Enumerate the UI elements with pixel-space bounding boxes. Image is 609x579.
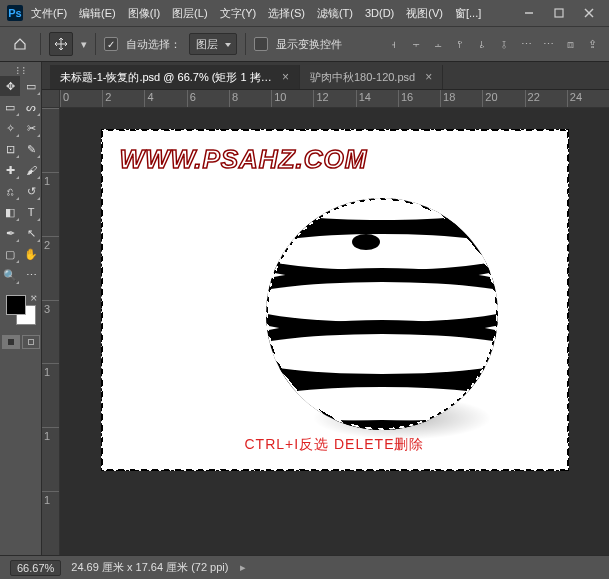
ruler-tick: 0	[60, 90, 102, 107]
titlebar: Ps 文件(F) 编辑(E) 图像(I) 图层(L) 文字(Y) 选择(S) 滤…	[0, 0, 609, 26]
align-center-v-icon[interactable]: ⫰	[473, 35, 491, 53]
auto-select-checkbox[interactable]	[104, 37, 118, 51]
instruction-caption: CTRL+I反选 DELETE删除	[102, 436, 568, 454]
standard-mode-icon[interactable]	[2, 335, 20, 349]
stamp-tool[interactable]: ⎌	[0, 181, 20, 201]
hand-tool[interactable]: ✋	[21, 244, 41, 264]
tab-label: 未标题-1-恢复的.psd @ 66.7% (矩形 1 拷贝 8, RGB/8#…	[60, 70, 272, 85]
share-icon[interactable]: ⇪	[583, 35, 601, 53]
ruler-tick: 1	[42, 363, 59, 427]
minimize-icon[interactable]	[515, 3, 543, 23]
watermark-text: WWW.PSAHZ.COM	[120, 144, 368, 175]
tab-close-icon[interactable]: ×	[425, 70, 432, 84]
document-dimensions: 24.69 厘米 x 17.64 厘米 (72 ppi)	[71, 560, 228, 575]
menu-select[interactable]: 选择(S)	[263, 3, 310, 24]
home-icon[interactable]	[8, 32, 32, 56]
ruler-tick: 14	[356, 90, 398, 107]
auto-select-label: 自动选择：	[126, 37, 181, 52]
zoom-input[interactable]: 66.67%	[10, 560, 61, 576]
ruler-tick: 12	[313, 90, 355, 107]
menu-3d[interactable]: 3D(D)	[360, 4, 399, 22]
crop-tool[interactable]: ✂	[21, 118, 41, 138]
frame-tool[interactable]: ⊡	[0, 139, 20, 159]
align-top-icon[interactable]: ⫯	[451, 35, 469, 53]
ruler-tick: 4	[144, 90, 186, 107]
ruler-tick: 2	[42, 236, 59, 300]
menu-edit[interactable]: 编辑(E)	[74, 3, 121, 24]
healing-tool[interactable]: ✚	[0, 160, 20, 180]
canvas-area: 024681012141618202224 123111 WWW.PSAHZ.C…	[42, 90, 609, 555]
show-transform-label: 显示变换控件	[276, 37, 342, 52]
ruler-tick: 6	[187, 90, 229, 107]
path-select-tool[interactable]: ↖	[21, 223, 41, 243]
history-brush-tool[interactable]: ↺	[21, 181, 41, 201]
menu-file[interactable]: 文件(F)	[26, 3, 72, 24]
move-tool-indicator-icon[interactable]	[49, 32, 73, 56]
tab-active[interactable]: 未标题-1-恢复的.psd @ 66.7% (矩形 1 拷贝 8, RGB/8#…	[50, 65, 300, 89]
tab-close-icon[interactable]: ×	[282, 70, 289, 84]
options-bar: ▾ 自动选择： 图层 显示变换控件 ⫞ ⫟ ⫠ ⫯ ⫰ ⫱ ⋯ ⋯ ⧈ ⇪	[0, 26, 609, 62]
lasso-tool[interactable]: ᔕ	[21, 97, 41, 117]
svg-text:Ps: Ps	[8, 7, 21, 19]
swap-colors-icon[interactable]: ⤧	[30, 293, 38, 303]
menu-filter[interactable]: 滤镜(T)	[312, 3, 358, 24]
status-menu-chevron-icon[interactable]: ▸	[240, 561, 246, 574]
quick-select-tool[interactable]: ✧	[0, 118, 20, 138]
menu-type[interactable]: 文字(Y)	[215, 3, 262, 24]
svg-point-15	[266, 334, 498, 374]
align-left-icon[interactable]: ⫞	[385, 35, 403, 53]
zoom-tool[interactable]: 🔍	[0, 265, 20, 285]
auto-select-target-dropdown[interactable]: 图层	[189, 33, 237, 55]
align-center-h-icon[interactable]: ⫟	[407, 35, 425, 53]
ruler-tick: 22	[525, 90, 567, 107]
eyedropper-tool[interactable]: ✎	[21, 139, 41, 159]
ruler-tick: 16	[398, 90, 440, 107]
quickmask-mode-icon[interactable]	[22, 335, 40, 349]
status-bar: 66.67% 24.69 厘米 x 17.64 厘米 (72 ppi) ▸	[0, 555, 609, 579]
ruler-tick: 18	[440, 90, 482, 107]
close-icon[interactable]	[575, 3, 603, 23]
tab-inactive[interactable]: 驴肉中秋180-120.psd ×	[300, 65, 443, 89]
pen-tool[interactable]: ✒	[0, 223, 20, 243]
svg-point-17	[266, 387, 498, 421]
distribute-icon[interactable]: ⋯	[517, 35, 535, 53]
marquee-tool[interactable]: ▭	[0, 97, 20, 117]
ruler-origin[interactable]	[42, 90, 60, 108]
ruler-tick	[42, 108, 59, 172]
tool-preset-chevron-icon[interactable]: ▾	[81, 38, 87, 51]
3d-mode-icon[interactable]: ⧈	[561, 35, 579, 53]
color-swatches[interactable]: ⤧	[4, 293, 38, 327]
ruler-tick: 10	[271, 90, 313, 107]
ruler-horizontal[interactable]: 024681012141618202224	[60, 90, 609, 108]
striped-sphere-graphic	[266, 198, 498, 430]
foreground-swatch[interactable]	[6, 295, 26, 315]
toolbox-grip-icon[interactable]: ⫶⫶	[0, 64, 41, 74]
brush-tool[interactable]: 🖌	[21, 160, 41, 180]
divider	[40, 33, 41, 55]
ruler-vertical[interactable]: 123111	[42, 108, 60, 555]
more-options-icon[interactable]: ⋯	[539, 35, 557, 53]
menu-view[interactable]: 视图(V)	[401, 3, 448, 24]
artboard[interactable]: WWW.PSAHZ.COM	[102, 130, 568, 470]
menu-image[interactable]: 图像(I)	[123, 3, 165, 24]
shape-tool[interactable]: ▢	[0, 244, 20, 264]
align-bottom-icon[interactable]: ⫱	[495, 35, 513, 53]
ruler-tick: 24	[567, 90, 609, 107]
type-tool[interactable]: T	[21, 202, 41, 222]
menu-layer[interactable]: 图层(L)	[167, 3, 212, 24]
document-tabs: 未标题-1-恢复的.psd @ 66.7% (矩形 1 拷贝 8, RGB/8#…	[42, 62, 609, 90]
align-right-icon[interactable]: ⫠	[429, 35, 447, 53]
menu-window[interactable]: 窗[...]	[450, 3, 486, 24]
svg-point-9	[266, 198, 498, 220]
canvas-viewport[interactable]: WWW.PSAHZ.COM	[60, 108, 609, 555]
ruler-tick: 3	[42, 300, 59, 364]
show-transform-checkbox[interactable]	[254, 37, 268, 51]
svg-point-13	[266, 282, 498, 322]
svg-point-19	[352, 234, 380, 250]
edit-toolbar[interactable]: ⋯	[21, 265, 41, 285]
artboard-tool[interactable]: ▭	[21, 76, 41, 96]
ruler-tick: 20	[482, 90, 524, 107]
eraser-tool[interactable]: ◧	[0, 202, 20, 222]
move-tool[interactable]: ✥	[0, 76, 20, 96]
maximize-icon[interactable]	[545, 3, 573, 23]
